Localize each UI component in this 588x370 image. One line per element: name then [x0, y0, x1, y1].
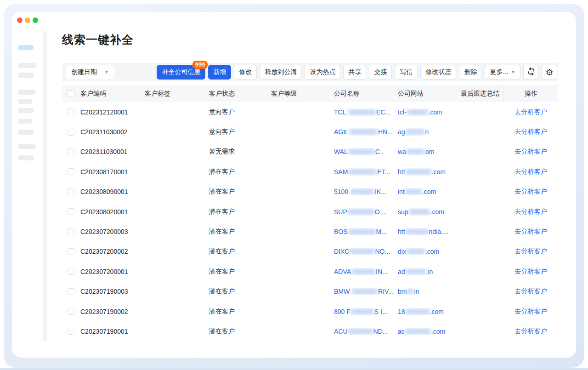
- analyze-customer-link[interactable]: 去分析客户: [515, 208, 547, 215]
- customer-status: 潜在客户: [209, 307, 271, 316]
- modify-button[interactable]: 修改: [234, 65, 257, 80]
- company-website-link[interactable]: int.com: [398, 188, 461, 195]
- company-website-link[interactable]: dix.com: [398, 248, 461, 255]
- company-website-link[interactable]: waom: [398, 148, 461, 155]
- customer-status: 潜在客户: [209, 268, 271, 276]
- company-website-link[interactable]: agn: [398, 128, 461, 136]
- share-button[interactable]: 共享: [343, 65, 366, 80]
- chevron-down-icon: ▼: [511, 70, 515, 74]
- company-website-link[interactable]: httndia....: [398, 228, 461, 235]
- analyze-customer-link[interactable]: 去分析客户: [515, 148, 547, 155]
- release-to-public-sea-button[interactable]: 释放到公海: [260, 65, 302, 80]
- close-window-icon[interactable]: [17, 17, 23, 23]
- maximize-window-icon[interactable]: [33, 17, 38, 23]
- page-title: 线索一键补全: [62, 32, 134, 47]
- select-all-checkbox[interactable]: [68, 90, 74, 97]
- company-website-link[interactable]: bmin: [398, 288, 461, 295]
- row-checkbox-cell: [62, 148, 80, 155]
- row-checkbox[interactable]: [68, 108, 74, 115]
- content-divider: [43, 31, 47, 342]
- row-checkbox[interactable]: [68, 188, 74, 195]
- company-name-link[interactable]: 800 FS I...: [334, 308, 398, 315]
- table-row: C202311030002 意向客户 AGILHN... agn 去分析客户: [62, 122, 558, 142]
- table-row: C202308090001 潜在客户 5100 IK... int.com 去分…: [62, 182, 558, 202]
- company-name-link[interactable]: AGILHN...: [334, 128, 398, 136]
- company-name-link[interactable]: SUPO ...: [334, 208, 398, 216]
- row-checkbox[interactable]: [68, 308, 74, 315]
- row-checkbox[interactable]: [68, 208, 74, 215]
- actions-cell: 去分析客户: [503, 108, 558, 116]
- sidebar-skeleton-item: [18, 144, 36, 149]
- table-row: C202311030001 暂无需求 WALC . waom 去分析客户: [62, 142, 558, 162]
- row-checkbox[interactable]: [68, 328, 74, 335]
- company-website-link[interactable]: ac.com: [398, 328, 461, 335]
- set-hotspot-button[interactable]: 设为热点: [305, 65, 340, 80]
- company-website-link[interactable]: ad.in: [398, 268, 461, 275]
- row-checkbox-cell: [62, 108, 80, 115]
- change-status-button[interactable]: 修改状态: [420, 65, 456, 80]
- row-checkbox[interactable]: [68, 248, 74, 255]
- write-email-button[interactable]: 写信: [395, 65, 418, 80]
- row-checkbox[interactable]: [68, 148, 74, 155]
- analyze-customer-link[interactable]: 去分析客户: [515, 327, 547, 335]
- redacted-text: [405, 329, 431, 334]
- customer-code: C202311030002: [80, 128, 145, 136]
- company-name-link[interactable]: SAMET...: [334, 168, 398, 176]
- actions-cell: 去分析客户: [503, 287, 558, 296]
- add-new-button[interactable]: 新增: [208, 65, 231, 80]
- redacted-text: [348, 329, 373, 334]
- customer-status: 潜在客户: [209, 188, 271, 196]
- more-button[interactable]: 更多... ▼: [485, 65, 520, 80]
- sidebar-active-item[interactable]: [18, 45, 34, 50]
- table-row: C202307190002 潜在客户 800 FS I... 18.com 去分…: [62, 302, 558, 321]
- redacted-text: [407, 109, 428, 115]
- complete-company-info-button[interactable]: 补全公司信息 999: [157, 65, 205, 80]
- analyze-customer-link[interactable]: 去分析客户: [515, 228, 547, 235]
- analyze-customer-link[interactable]: 去分析客户: [515, 268, 547, 275]
- col-customer-status: 客户状态: [209, 90, 271, 98]
- row-checkbox[interactable]: [68, 168, 74, 175]
- sidebar-skeleton-item: [18, 63, 36, 68]
- minimize-window-icon[interactable]: [25, 17, 30, 23]
- analyze-customer-link[interactable]: 去分析客户: [515, 287, 547, 295]
- redacted-text: [351, 189, 374, 194]
- company-website-link[interactable]: tcl-.com: [398, 108, 461, 116]
- handover-button[interactable]: 交接: [369, 65, 392, 80]
- gear-icon: ⚙: [545, 68, 553, 77]
- company-name-link[interactable]: BOSM...: [334, 228, 398, 235]
- company-name-link[interactable]: 5100 IK...: [334, 188, 398, 195]
- row-checkbox[interactable]: [68, 288, 74, 295]
- sync-button[interactable]: [523, 65, 539, 80]
- row-checkbox-cell: [62, 308, 80, 315]
- actions-cell: 去分析客户: [503, 268, 558, 276]
- analyze-customer-link[interactable]: 去分析客户: [515, 108, 547, 115]
- row-checkbox[interactable]: [68, 129, 74, 136]
- create-date-filter[interactable]: 创建日期 ▼: [66, 65, 114, 79]
- redacted-text: [348, 149, 375, 154]
- company-name-link[interactable]: ACUND...: [334, 328, 398, 335]
- company-name-link[interactable]: BMW RIV...: [334, 288, 398, 295]
- analyze-customer-link[interactable]: 去分析客户: [515, 307, 547, 315]
- analyze-customer-link[interactable]: 去分析客户: [515, 188, 547, 195]
- company-website-link[interactable]: htt.com: [398, 168, 461, 176]
- row-checkbox[interactable]: [68, 268, 74, 275]
- analyze-customer-link[interactable]: 去分析客户: [515, 247, 547, 255]
- row-checkbox-cell: [62, 129, 80, 136]
- row-checkbox-cell: [62, 268, 80, 275]
- redacted-text: [407, 149, 425, 154]
- settings-button[interactable]: ⚙: [542, 65, 557, 80]
- row-checkbox-cell: [62, 208, 80, 215]
- row-checkbox[interactable]: [68, 228, 74, 235]
- company-name-link[interactable]: WALC .: [334, 148, 398, 155]
- delete-button[interactable]: 删除: [459, 65, 482, 80]
- company-name-link[interactable]: TCL EC...: [334, 108, 398, 116]
- company-name-link[interactable]: ADVAIN...: [334, 268, 398, 275]
- company-website-link[interactable]: sup.com: [398, 208, 461, 216]
- company-website-link[interactable]: 18.com: [398, 308, 461, 315]
- sidebar-skeleton-item: [18, 90, 36, 95]
- table-row: C202307200001 潜在客户 ADVAIN... ad.in 去分析客户: [62, 262, 558, 281]
- customer-status: 潜在客户: [209, 228, 271, 236]
- analyze-customer-link[interactable]: 去分析客户: [515, 168, 547, 175]
- analyze-customer-link[interactable]: 去分析客户: [515, 128, 547, 135]
- company-name-link[interactable]: DIXCNO...: [334, 248, 398, 255]
